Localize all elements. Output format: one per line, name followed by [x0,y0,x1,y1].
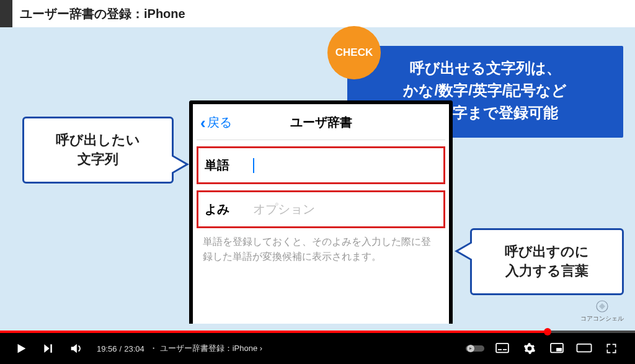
callout-yomi-text: 呼び出すのに 入力する言葉 [505,244,589,278]
phone-mockup: ‹ 戻る ユーザ辞書 単語 よみ オプション 単語を登録しておくと、そのよみを入… [189,100,453,324]
settings-button[interactable] [518,337,541,360]
watermark-text: コアコンシェル [580,315,624,322]
word-field[interactable]: 単語 [197,146,445,184]
text-cursor [253,158,254,173]
chapter-separator: ・ [149,343,158,354]
check-badge-label: CHECK [335,47,373,59]
word-field-label: 単語 [205,157,241,174]
chevron-left-icon: ‹ [200,115,206,131]
video-content: ユーザー辞書の登録：iPhone CHECK 呼び出せる文字列は、 かな/数字/… [0,0,635,331]
watermark: コアコンシェル [580,300,624,323]
autoplay-toggle[interactable] [464,337,486,360]
player-controls: 19:56 / 23:04 ・ ユーザー辞書登録：iPhone › [0,333,635,364]
svg-rect-7 [556,348,562,351]
svg-rect-8 [577,344,591,352]
back-button[interactable]: ‹ 戻る [200,114,232,131]
fullscreen-icon [605,342,618,355]
time-display: 19:56 / 23:04 ・ ユーザー辞書登録：iPhone › [97,343,262,354]
svg-rect-5 [503,349,507,350]
watermark-icon [595,300,609,313]
phone-nav-bar: ‹ 戻る ユーザ辞書 [197,108,445,140]
volume-icon [69,342,82,355]
miniplayer-icon [550,343,564,354]
next-icon [42,342,55,355]
chevron-right-icon: › [260,344,262,353]
right-controls [461,337,625,360]
chapter-title-link[interactable]: ユーザー辞書登録：iPhone › [160,343,262,354]
chapter-title: ユーザー辞書登録：iPhone [160,344,257,353]
current-time: 19:56 [97,344,117,353]
yomi-field-label: よみ [205,201,241,218]
svg-rect-3 [496,344,508,352]
play-button[interactable] [10,337,32,360]
yomi-placeholder: オプション [253,201,315,218]
theater-button[interactable] [573,337,595,360]
fullscreen-button[interactable] [600,337,623,360]
back-label: 戻る [207,114,232,131]
callout-word: 呼び出したい 文字列 [22,117,174,184]
captions-button[interactable] [491,337,513,360]
check-badge: CHECK [327,26,381,79]
svg-rect-4 [498,349,502,350]
callout-yomi: 呼び出すのに 入力する言葉 [470,228,624,295]
play-icon [14,342,28,355]
miniplayer-button[interactable] [546,337,568,360]
phone-nav-title: ユーザ辞書 [290,114,352,131]
slide-title: ユーザー辞書の登録：iPhone [20,6,185,22]
duration: 23:04 [124,344,144,353]
slide-header: ユーザー辞書の登録：iPhone [0,0,635,27]
help-text: 単語を登録しておくと、そのよみを入力した際に登録した単語が変換候補に表示されます… [197,228,445,264]
volume-button[interactable] [64,337,87,360]
next-button[interactable] [37,337,60,360]
theater-icon [576,344,592,353]
yomi-field[interactable]: よみ オプション [197,190,445,228]
autoplay-icon [466,344,484,353]
callout-word-text: 呼び出したい 文字列 [56,132,140,167]
gear-icon [523,342,536,355]
captions-icon [495,343,509,354]
